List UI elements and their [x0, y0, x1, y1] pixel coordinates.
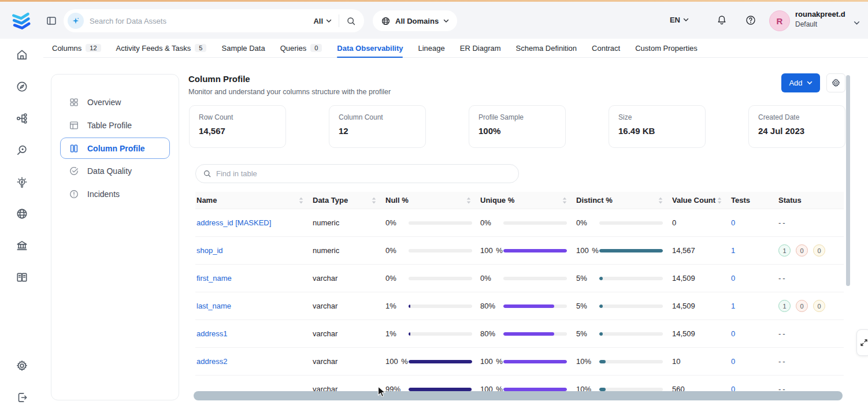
search-icon[interactable] [346, 16, 356, 26]
tests-link[interactable]: 1 [731, 246, 735, 255]
column-name-link[interactable]: last_name [196, 302, 231, 310]
side-nav-overview[interactable]: Overview [51, 91, 179, 114]
progress-track [599, 360, 663, 363]
global-search[interactable]: All [64, 9, 364, 32]
status-empty: -- [778, 274, 787, 283]
tests-link[interactable]: 1 [731, 302, 735, 310]
tab-data-observability[interactable]: Data Observability [337, 39, 403, 58]
column-header-value-count[interactable]: Value Count [671, 196, 730, 205]
lineage-icon[interactable] [15, 112, 29, 125]
tab-er-diagram[interactable]: ER Diagram [460, 39, 501, 58]
failed-count-badge: 0 [813, 300, 825, 312]
all-domains-dropdown[interactable]: All Domains [373, 10, 457, 31]
observability-icon[interactable] [15, 143, 29, 157]
column-name-link[interactable]: address1 [196, 329, 227, 338]
glossary-icon[interactable] [15, 270, 29, 284]
progress-track [409, 277, 472, 280]
column-header-label: Status [778, 196, 802, 205]
column-header-label: Data Type [313, 196, 348, 205]
language-dropdown[interactable]: EN [670, 16, 689, 24]
column-header-distinct[interactable]: Distinct % [575, 196, 671, 205]
tests-link[interactable]: 0 [731, 357, 735, 366]
column-header-data-type[interactable]: Data Type [311, 196, 384, 205]
tab-label: Data Observability [337, 44, 403, 53]
summary-card-label: Row Count [199, 113, 276, 121]
global-search-input[interactable] [84, 17, 313, 25]
value-count-cell: 14,509 [671, 274, 730, 283]
search-scope-dropdown[interactable]: All [313, 17, 332, 25]
sort-icon[interactable] [466, 197, 471, 204]
settings-icon[interactable] [15, 359, 29, 373]
add-button[interactable]: Add [781, 73, 820, 92]
progress-track [503, 221, 567, 225]
profiler-settings-gear-icon[interactable] [826, 73, 845, 92]
progress-fill [599, 277, 603, 280]
app-logo-icon[interactable] [9, 9, 34, 33]
unique-pct-cell: 100 % [479, 356, 575, 366]
logout-icon[interactable] [15, 391, 29, 404]
side-nav-column-profile[interactable]: Column Profile [60, 138, 170, 159]
column-header-name[interactable]: Name [195, 196, 311, 205]
sort-icon[interactable] [717, 197, 722, 204]
home-icon[interactable] [15, 48, 29, 62]
find-in-table-input[interactable] [216, 169, 511, 178]
progress-track [409, 360, 472, 363]
side-nav-table-profile[interactable]: Table Profile [51, 114, 179, 137]
data-type-cell: varchar [311, 357, 384, 366]
govern-icon[interactable] [15, 239, 29, 252]
column-name-link[interactable]: shop_id [196, 246, 223, 255]
column-name-cell: address2 [195, 357, 311, 366]
column-name-link[interactable]: address2 [196, 357, 227, 366]
tab-contract[interactable]: Contract [592, 39, 620, 58]
tab-activity-feeds-tasks[interactable]: Activity Feeds & Tasks5 [116, 39, 207, 58]
domains-icon[interactable] [15, 207, 29, 221]
horizontal-scrollbar[interactable] [194, 391, 843, 400]
null-pct-cell-label: 0% [385, 273, 409, 283]
tab-sample-data[interactable]: Sample Data [221, 39, 265, 58]
tab-queries[interactable]: Queries0 [280, 39, 322, 58]
side-nav-incidents[interactable]: Incidents [51, 183, 179, 206]
table-row: address1varchar1%80%5%14,5090-- [195, 320, 844, 348]
progress-track [409, 249, 472, 252]
user-menu-chevron-icon[interactable] [854, 17, 860, 28]
null-pct-cell: 0% [384, 246, 479, 255]
value-count-cell: 14,509 [671, 329, 730, 338]
column-name-link[interactable]: address_id [MASKED] [196, 218, 271, 227]
tab-schema-definition[interactable]: Schema Definition [516, 39, 577, 58]
sort-icon[interactable] [562, 197, 567, 204]
insights-icon[interactable] [15, 175, 29, 189]
column-header-null[interactable]: Null % [384, 196, 479, 205]
find-in-table[interactable] [195, 164, 519, 183]
explore-icon[interactable] [15, 80, 29, 94]
tests-link[interactable]: 0 [731, 218, 735, 227]
data-type-cell: numeric [311, 218, 384, 227]
tab-columns[interactable]: Columns12 [52, 39, 101, 58]
distinct-pct-cell: 5% [575, 329, 671, 339]
expand-handle[interactable] [856, 329, 868, 356]
tab-custom-properties[interactable]: Custom Properties [635, 39, 698, 58]
tests-link[interactable]: 0 [731, 274, 735, 283]
tests-link[interactable]: 0 [731, 329, 735, 338]
progress-fill [409, 360, 472, 363]
notifications-bell-icon[interactable] [716, 14, 728, 28]
data-type-cell: varchar [311, 274, 384, 283]
divider [339, 14, 339, 27]
data-quality-icon [69, 166, 79, 176]
vertical-scrollbar[interactable] [846, 75, 850, 286]
summary-card-label: Column Count [339, 113, 416, 121]
help-icon[interactable] [745, 14, 756, 28]
sort-icon[interactable] [299, 197, 303, 204]
tab-lineage[interactable]: Lineage [418, 39, 444, 58]
user-avatar[interactable]: R [769, 10, 790, 31]
sidebar-toggle-icon[interactable] [45, 15, 58, 28]
sort-icon[interactable] [658, 197, 663, 204]
null-pct-cell-label: 100 % [385, 356, 409, 366]
column-header-unique[interactable]: Unique % [479, 196, 575, 205]
sort-icon[interactable] [372, 197, 376, 204]
column-header-label: Value Count [672, 196, 715, 205]
column-name-link[interactable]: first_name [196, 274, 232, 283]
side-nav-data-quality[interactable]: Data Quality [51, 159, 179, 183]
value-count-cell: 10 [671, 357, 730, 366]
tests-cell: 0 [730, 329, 777, 338]
column-name-cell: address1 [195, 329, 311, 338]
